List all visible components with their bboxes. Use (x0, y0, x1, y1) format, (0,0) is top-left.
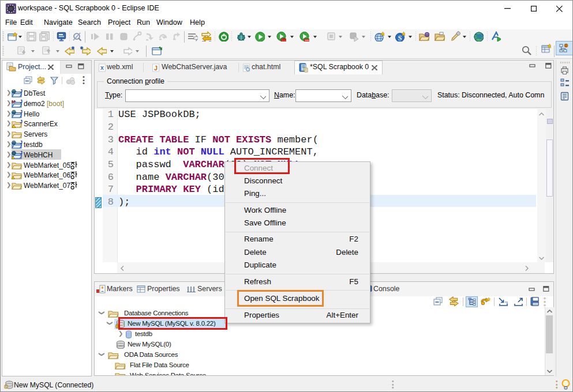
svg-text:J: J (20, 150, 23, 156)
svg-text:J: J (20, 89, 23, 94)
svg-text:J: J (154, 65, 158, 71)
svg-text:M: M (12, 99, 16, 104)
svg-text:J: J (20, 110, 23, 115)
svg-text:x: x (100, 64, 104, 71)
svg-text:J: J (20, 140, 23, 145)
svg-text:J: J (20, 99, 23, 104)
svg-text:S: S (398, 34, 402, 42)
svg-text:J: J (20, 119, 23, 125)
